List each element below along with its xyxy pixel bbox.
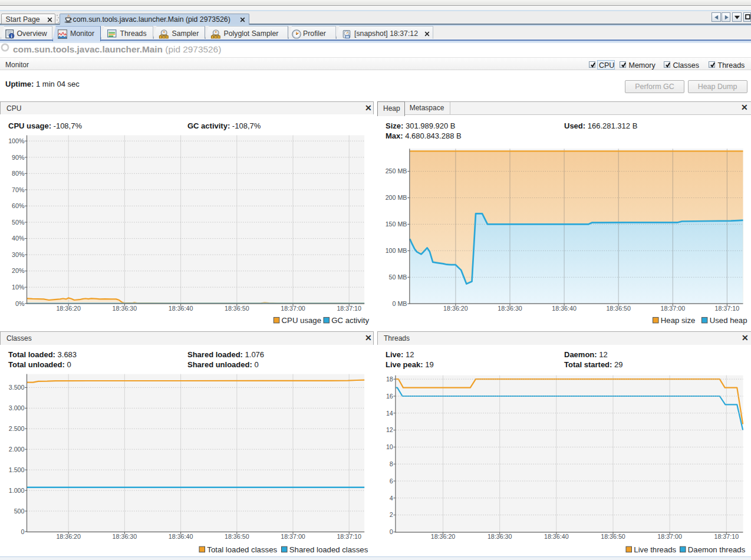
svg-text:18:36:20: 18:36:20 (443, 305, 468, 312)
svg-text:Daemon threads: Daemon threads (688, 545, 746, 554)
svg-text:250 MB: 250 MB (386, 167, 407, 174)
svg-text:12: 12 (386, 426, 393, 433)
svg-text:Total loaded classes: Total loaded classes (207, 545, 277, 554)
svg-text:18:37:10: 18:37:10 (714, 533, 739, 540)
svg-text:Used heap: Used heap (710, 316, 747, 325)
svg-text:50 MB: 50 MB (389, 274, 407, 281)
svg-text:10%: 10% (12, 284, 25, 291)
svg-text:70%: 70% (12, 186, 25, 193)
svg-text:8: 8 (390, 460, 393, 467)
svg-text:18:36:40: 18:36:40 (169, 533, 193, 540)
svg-text:6: 6 (390, 477, 393, 485)
svg-text:1.000: 1.000 (9, 487, 25, 494)
svg-text:18:37:00: 18:37:00 (657, 533, 682, 540)
svg-text:40%: 40% (12, 235, 25, 242)
svg-text:14: 14 (386, 410, 393, 417)
svg-text:200 MB: 200 MB (386, 194, 407, 201)
svg-text:4: 4 (390, 495, 393, 502)
svg-text:18:36:20: 18:36:20 (431, 533, 456, 540)
svg-text:0%: 0% (15, 300, 25, 307)
svg-text:60%: 60% (12, 202, 25, 209)
svg-text:18:36:50: 18:36:50 (606, 305, 631, 312)
svg-text:Shared loaded classes: Shared loaded classes (289, 545, 368, 554)
svg-text:18:36:30: 18:36:30 (488, 533, 512, 540)
svg-text:2.000: 2.000 (9, 446, 25, 453)
svg-text:18:36:30: 18:36:30 (498, 305, 522, 312)
svg-text:3.000: 3.000 (9, 404, 25, 411)
svg-text:18:37:00: 18:37:00 (281, 533, 305, 540)
svg-text:0: 0 (21, 528, 25, 535)
svg-text:Heap size: Heap size (661, 316, 696, 325)
svg-text:20%: 20% (12, 267, 25, 274)
svg-text:100 MB: 100 MB (386, 247, 407, 254)
svg-text:18:36:30: 18:36:30 (113, 533, 137, 540)
svg-text:18:36:50: 18:36:50 (225, 305, 249, 312)
svg-text:18:37:00: 18:37:00 (281, 305, 305, 312)
svg-text:2.500: 2.500 (9, 425, 25, 432)
svg-text:GC activity: GC activity (331, 316, 369, 325)
svg-text:2: 2 (390, 511, 393, 518)
svg-text:18: 18 (386, 375, 393, 383)
svg-text:500: 500 (14, 508, 25, 515)
svg-text:18:36:50: 18:36:50 (225, 533, 249, 540)
svg-text:10: 10 (386, 443, 393, 450)
svg-text:18:37:10: 18:37:10 (337, 305, 361, 312)
svg-text:18:36:40: 18:36:40 (552, 305, 577, 312)
svg-text:Live threads: Live threads (634, 545, 676, 554)
svg-text:18:36:40: 18:36:40 (544, 533, 569, 540)
svg-text:CPU usage: CPU usage (282, 316, 321, 325)
svg-text:100%: 100% (8, 137, 25, 144)
svg-text:30%: 30% (12, 251, 25, 258)
svg-text:90%: 90% (12, 154, 25, 161)
svg-text:50%: 50% (12, 219, 25, 226)
svg-text:16: 16 (386, 393, 393, 400)
svg-text:1.500: 1.500 (9, 466, 25, 473)
svg-text:18:37:10: 18:37:10 (715, 305, 740, 312)
svg-text:0: 0 (390, 528, 393, 535)
svg-text:18:37:10: 18:37:10 (337, 533, 361, 540)
svg-text:3.500: 3.500 (9, 384, 25, 391)
svg-text:80%: 80% (12, 170, 25, 177)
svg-text:18:36:30: 18:36:30 (113, 305, 137, 312)
svg-text:0 MB: 0 MB (393, 300, 407, 307)
svg-text:18:36:20: 18:36:20 (56, 533, 81, 540)
svg-text:18:36:20: 18:36:20 (56, 305, 81, 312)
svg-text:150 MB: 150 MB (386, 220, 407, 228)
svg-text:18:36:50: 18:36:50 (601, 533, 625, 540)
svg-text:18:37:00: 18:37:00 (660, 305, 685, 312)
svg-text:18:36:40: 18:36:40 (169, 305, 193, 312)
